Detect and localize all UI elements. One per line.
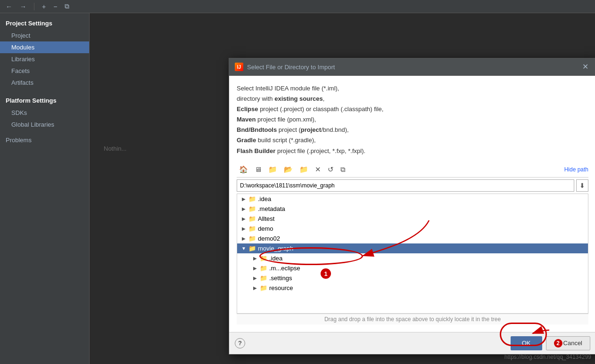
tree-arrow: ▶ xyxy=(252,285,258,291)
tree-arrow: ▶ xyxy=(241,216,247,221)
project-settings-label: Project Settings xyxy=(0,17,89,30)
ok-button[interactable]: OK xyxy=(511,336,542,350)
dialog-close-button[interactable]: ✕ xyxy=(580,62,590,72)
folder-icon: 📁 xyxy=(248,215,256,222)
intellij-icon: IJ xyxy=(235,63,243,71)
top-toolbar: ← → + − ⧉ xyxy=(0,0,595,13)
tree-item-label: .idea xyxy=(269,255,282,262)
folder-icon: 📁 xyxy=(248,225,256,232)
dialog-body: Select IntelliJ IDEA module file (*.iml)… xyxy=(229,76,595,332)
tree-arrow: ▶ xyxy=(252,266,258,271)
sidebar-item-modules[interactable]: Modules xyxy=(0,41,89,53)
tree-item-label: .settings xyxy=(269,275,292,282)
file-toolbar: 🏠 🖥 📁 📂 📁 ✕ ↺ ⧉ Hide path xyxy=(237,162,588,178)
toolbar-divider xyxy=(34,3,34,10)
watermark: https://blog.csdn.net/qq_34134299 xyxy=(504,354,591,360)
sidebar-item-sdks[interactable]: SDKs xyxy=(0,107,89,119)
new-folder2-btn[interactable]: 📁 xyxy=(297,164,311,175)
tree-item-movie-graph[interactable]: ▼ 📁 movie_graph xyxy=(237,243,588,253)
folder-icon: 📁 xyxy=(260,265,267,272)
tree-arrow: ▶ xyxy=(241,196,247,202)
main-layout: Project Settings Project Modules Librari… xyxy=(0,13,595,364)
tree-item-label: demo02 xyxy=(258,235,280,242)
folder-icon: 📁 xyxy=(248,235,256,242)
cancel-button[interactable]: 2Cancel xyxy=(546,336,590,350)
delete-btn[interactable]: ✕ xyxy=(313,164,323,175)
tree-item-demo[interactable]: ▶ 📁 demo xyxy=(237,224,588,234)
add-btn[interactable]: + xyxy=(40,2,48,11)
sidebar: Project Settings Project Modules Librari… xyxy=(0,13,90,364)
file-tree[interactable]: ▶ 📁 .idea ▶ 📁 .metadata ▶ 📁 Alltest xyxy=(237,194,588,314)
tree-item-label: demo xyxy=(258,225,273,232)
refresh-btn[interactable]: ↺ xyxy=(325,164,336,175)
copy2-btn[interactable]: ⧉ xyxy=(338,164,348,175)
nothing-text: Nothin... xyxy=(104,145,126,152)
tree-item-demo02[interactable]: ▶ 📁 demo02 xyxy=(237,234,588,243)
drag-hint: Drag and drop a file into the space abov… xyxy=(237,314,588,324)
tree-item-idea-top[interactable]: ▶ 📁 .idea xyxy=(237,194,588,204)
tree-item-label: resource xyxy=(269,284,293,291)
tree-item-label: Alltest xyxy=(258,215,274,222)
import-dialog: IJ Select File or Directory to Import ✕ … xyxy=(229,58,595,355)
help-button[interactable]: ? xyxy=(235,338,245,348)
tree-item-settings[interactable]: ▶ 📁 .settings xyxy=(237,273,588,283)
tree-arrow: ▶ xyxy=(241,236,247,241)
minus-btn[interactable]: − xyxy=(51,2,59,11)
tree-arrow: ▶ xyxy=(241,206,247,211)
folder-icon: 📁 xyxy=(248,195,256,202)
dialog-title-bar: IJ Select File or Directory to Import ✕ xyxy=(229,58,595,76)
sidebar-item-facets[interactable]: Facets xyxy=(0,65,89,77)
new-folder-btn[interactable]: 📁 xyxy=(266,164,280,175)
tree-arrow: ▶ xyxy=(241,226,247,231)
tree-arrow: ▶ xyxy=(252,275,258,281)
content-area: Nothin... IJ Select File or Directory to… xyxy=(90,13,595,364)
tree-item-idea-child[interactable]: ▶ 📁 .idea xyxy=(237,253,588,263)
tree-item-label: movie_graph xyxy=(258,245,293,252)
dialog-footer: ? OK 2Cancel xyxy=(229,332,595,354)
home-btn[interactable]: 🏠 xyxy=(237,164,250,175)
hide-path-link[interactable]: Hide path xyxy=(564,166,588,173)
path-input[interactable] xyxy=(237,179,574,192)
tree-item-label: .idea xyxy=(258,195,271,202)
dialog-description: Select IntelliJ IDEA module file (*.iml)… xyxy=(237,83,588,156)
tree-item-resource[interactable]: ▶ 📁 resource xyxy=(237,283,588,293)
badge2-inline: 2 xyxy=(554,339,562,348)
sidebar-item-global-libraries[interactable]: Global Libraries xyxy=(0,119,89,130)
tree-arrow: ▼ xyxy=(241,246,247,251)
sidebar-item-artifacts[interactable]: Artifacts xyxy=(0,77,89,89)
folder-icon: 📁 xyxy=(260,275,267,282)
dialog-title-text: Select File or Directory to Import xyxy=(247,64,335,71)
copy-btn[interactable]: ⧉ xyxy=(63,1,71,11)
tree-item-label: .m...eclipse xyxy=(269,265,300,272)
sidebar-item-libraries[interactable]: Libraries xyxy=(0,53,89,65)
desktop-btn[interactable]: 🖥 xyxy=(252,164,264,175)
forward-btn[interactable]: → xyxy=(18,2,28,11)
path-row: ⬇ xyxy=(237,179,588,192)
tree-item-eclipse-child[interactable]: ▶ 📁 .m...eclipse xyxy=(237,263,588,273)
folder-icon: 📁 xyxy=(248,205,256,212)
tree-item-alltest[interactable]: ▶ 📁 Alltest xyxy=(237,214,588,224)
platform-settings-label: Platform Settings xyxy=(0,94,89,107)
dialog-title-content: IJ Select File or Directory to Import xyxy=(235,63,335,71)
tree-item-label: .metadata xyxy=(258,205,285,212)
tree-arrow: ▶ xyxy=(252,256,258,261)
sidebar-item-project[interactable]: Project xyxy=(0,30,89,41)
folder-icon: 📁 xyxy=(260,255,267,262)
folder-icon: 📁 xyxy=(248,245,256,252)
folder-icon: 📁 xyxy=(260,284,267,291)
path-download-btn[interactable]: ⬇ xyxy=(576,179,588,192)
tree-item-metadata[interactable]: ▶ 📁 .metadata xyxy=(237,204,588,214)
folder-up-btn[interactable]: 📂 xyxy=(281,164,295,175)
sidebar-item-problems[interactable]: Problems xyxy=(0,134,89,146)
footer-buttons: OK 2Cancel xyxy=(511,336,590,350)
back-btn[interactable]: ← xyxy=(4,2,14,11)
